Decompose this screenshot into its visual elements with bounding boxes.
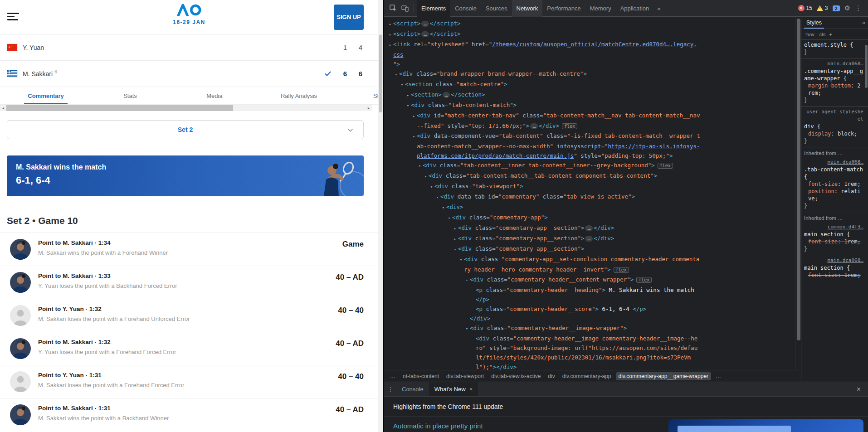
devtools-menu-kebab-icon[interactable]: ⋮ (855, 4, 862, 12)
resource-link[interactable]: https://itp-ao-sls.infosys- (608, 143, 700, 150)
devtools-tab-network[interactable]: Network (512, 0, 543, 17)
scroll-left-arrow-icon[interactable]: ◄ (0, 105, 6, 111)
dom-tree-node[interactable]: "> (384, 59, 794, 69)
devtools-tab-console[interactable]: Console (450, 0, 481, 17)
expand-arrow-icon[interactable]: ▾ (434, 193, 440, 202)
issues-bubble-icon[interactable]: 2 (833, 5, 840, 11)
dom-tree-node[interactable]: ▾<div data-tab-id="commentary" class="ta… (384, 192, 794, 202)
horizontal-scrollbar-thumb[interactable] (6, 105, 233, 111)
stylesheet-source-link[interactable]: main.dca068… (804, 159, 863, 166)
dom-tree-node[interactable]: ry-header--hero commentary-header--inver… (384, 265, 794, 275)
expand-arrow-icon[interactable]: ▾ (393, 70, 399, 79)
dom-tree-node[interactable]: ▾<div class="brand-wrapper brand-wrapper… (384, 69, 794, 79)
flex-badge[interactable]: flex (636, 277, 652, 283)
devtools-tab-elements[interactable]: Elements (417, 0, 450, 17)
dom-tree-node[interactable]: ▾<div data-component-vue="tab-content" c… (384, 131, 794, 141)
elements-scrollbar[interactable] (795, 17, 801, 370)
dom-tree-node[interactable]: ▸<link rel="stylesheet" href="/themes/cu… (384, 39, 794, 50)
dom-tree-node[interactable]: --fixed" style="top: 171.667px;">…</div>… (384, 121, 794, 131)
drawer-close-icon[interactable]: × (853, 385, 864, 393)
tab-close-icon[interactable]: × (469, 386, 473, 393)
collapse-arrow-icon[interactable]: ▸ (452, 224, 458, 233)
dom-tree-node[interactable]: ▾<div class="tab-content__inner tab-cont… (384, 160, 794, 171)
tab-strokes[interactable]: Strokes (341, 87, 378, 104)
stylesheet-source-link[interactable]: main.dca068… (801, 58, 868, 68)
styles-scrollbar[interactable] (864, 40, 868, 382)
tab-media[interactable]: Media (172, 87, 257, 104)
css-property[interactable]: font-size: 1rem; (804, 272, 863, 279)
css-selector[interactable]: .commentary-app__game-wrapper { (804, 68, 863, 82)
expand-arrow-icon[interactable]: ▾ (446, 214, 452, 223)
expand-arrow-icon[interactable]: ▾ (458, 255, 464, 265)
collapse-arrow-icon[interactable]: ▸ (452, 234, 458, 244)
dom-tree-node[interactable]: platforms.com/itp/prod/ao/match-centre/m… (384, 151, 794, 160)
dom-tree-node[interactable]: lt/files/styles/420x/public/202301/16/ms… (384, 353, 794, 362)
breadcrumb-item[interactable]: div.commentary-app (560, 372, 614, 380)
dom-tree-node[interactable]: ab-content-match__wrapper--no-max-width"… (384, 141, 794, 151)
resource-link[interactable]: css (393, 51, 404, 58)
console-errors-badge[interactable]: × 15 (798, 5, 812, 11)
resource-link[interactable]: platforms.com/itp/prod/ao/match-centre/m… (417, 152, 574, 159)
devtools-tab-application[interactable]: Application (616, 0, 654, 17)
stylesheet-source-link[interactable]: main.dca068… (801, 255, 868, 264)
expand-arrow-icon[interactable]: ▾ (440, 203, 446, 213)
dom-tree-node[interactable]: ▾<div class="commentary-app__section"> (384, 244, 794, 254)
dom-tree-node[interactable]: ▾<div> (384, 202, 794, 213)
set-selector-dropdown[interactable]: Set 2 (7, 120, 364, 139)
drawer-tab-what-s-new[interactable]: What's New× (429, 382, 478, 396)
device-toolbar-icon[interactable] (399, 2, 411, 14)
css-property[interactable]: display: block; (804, 130, 863, 137)
css-property[interactable]: font-size: 1rem; (804, 180, 863, 188)
scroll-right-arrow-icon[interactable]: ► (366, 105, 372, 111)
dom-tree-node[interactable]: </div> (384, 314, 794, 323)
css-selector[interactable]: element.style { (804, 41, 863, 49)
dom-tree-node[interactable]: <div class="commentary-header__image com… (384, 334, 794, 343)
breadcrumb-item[interactable]: div (545, 372, 557, 380)
sign-up-button[interactable]: SIGN UP (334, 5, 364, 30)
resource-link[interactable]: /themes/custom/ausopen_official/matchCen… (492, 41, 697, 48)
collapse-arrow-icon[interactable]: ▸ (387, 19, 393, 29)
breadcrumb-item[interactable]: … (713, 372, 724, 380)
expand-arrow-icon[interactable]: ▾ (399, 80, 405, 90)
inspect-element-icon[interactable] (387, 2, 399, 14)
dom-tree-node[interactable]: ▾<div class="commentary-app"> (384, 213, 794, 223)
breadcrumb-item[interactable]: div.tab-viewport (444, 372, 487, 380)
tab-stats[interactable]: Stats (88, 87, 172, 104)
dom-tree-node[interactable]: css (384, 50, 794, 59)
dom-tree-node[interactable]: <p class="commentary-header__heading"> M… (384, 285, 794, 295)
css-property[interactable]: position: relative; (804, 188, 863, 202)
css-property[interactable]: font-size: 1rem; (804, 238, 863, 245)
expand-arrow-icon[interactable]: ▾ (405, 101, 411, 111)
css-selector[interactable]: div { (804, 123, 863, 130)
dom-tree-node[interactable]: l");"></div> (384, 362, 794, 370)
drawer-menu-kebab-icon[interactable]: ⋮ (387, 386, 394, 393)
breadcrumb-item[interactable]: … (387, 372, 398, 380)
styles-scrollbar-thumb[interactable] (865, 45, 868, 88)
dom-tree-node[interactable]: ▾<div class="commentary-header__image-wr… (384, 323, 794, 334)
styles-filter-chip[interactable]: + (829, 32, 832, 37)
flex-badge[interactable]: flex (614, 267, 629, 273)
expand-arrow-icon[interactable]: ▾ (464, 324, 470, 334)
stylesheet-source-link[interactable]: user agent stylesheet (801, 106, 868, 123)
collapse-arrow-icon[interactable]: ▸ (387, 30, 393, 39)
page-scrollbar[interactable] (378, 0, 383, 432)
elements-scrollbar-thumb[interactable] (797, 19, 800, 340)
more-sidebar-tabs-icon[interactable]: » (862, 19, 865, 26)
dom-tree-node[interactable]: ▾<div class="commentary-app__set-conclus… (384, 254, 794, 265)
collapse-arrow-icon[interactable]: ▸ (411, 112, 417, 121)
breadcrumb-item[interactable]: div.commentary-app__game-wrapper (616, 372, 712, 380)
devtools-tab-memory[interactable]: Memory (585, 0, 616, 17)
expand-arrow-icon[interactable]: ▾ (429, 182, 434, 192)
more-tabs-icon[interactable]: » (653, 5, 664, 12)
breadcrumb-item[interactable]: nt-tabs-content (400, 372, 442, 380)
stylesheet-source-link[interactable]: common.d4f3… (804, 223, 863, 231)
dom-tree-node[interactable]: ▾<div class="tab-content-match__tab-cont… (384, 171, 794, 181)
dom-tree-node[interactable]: ▾<div class="tab-viewport"> (384, 181, 794, 192)
dom-tree-node[interactable]: ▾<div class="tab-content-match"> (384, 100, 794, 111)
tab-commentary[interactable]: Commentary (4, 87, 88, 104)
devtools-tab-sources[interactable]: Sources (481, 0, 512, 17)
expand-arrow-icon[interactable]: ▾ (423, 172, 429, 181)
flex-badge[interactable]: flex (658, 163, 673, 169)
expand-arrow-icon[interactable]: ▾ (464, 276, 470, 285)
console-warnings-badge[interactable]: ! 3 (817, 5, 828, 11)
